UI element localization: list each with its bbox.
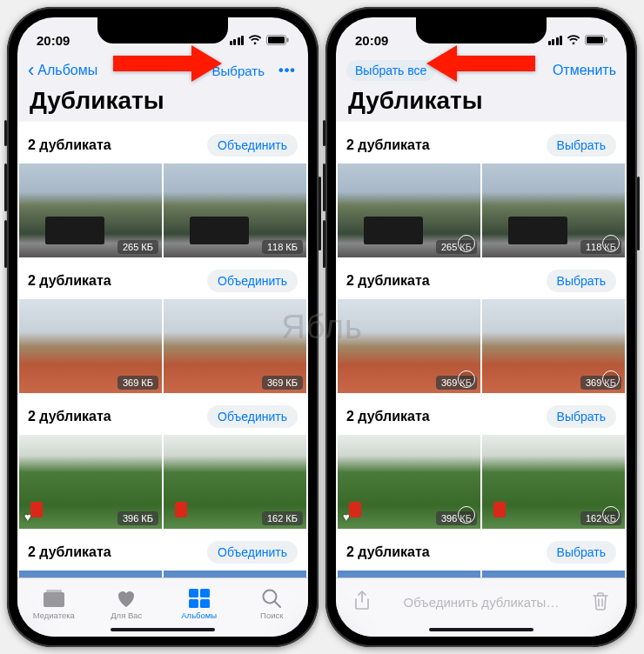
thumbnail-row: 265 КБ118 КБ <box>336 164 627 257</box>
page-title: Дубликаты <box>17 87 308 122</box>
home-indicator <box>111 628 215 631</box>
cellular-icon <box>230 36 245 45</box>
photo-thumbnail[interactable] <box>164 571 306 577</box>
group-action-button[interactable]: Объединить <box>207 405 298 428</box>
group-count: 2 дубликата <box>28 273 111 289</box>
tab-медиатека[interactable]: Медиатека <box>17 578 91 637</box>
battery-icon <box>585 35 607 45</box>
search-icon <box>261 588 282 609</box>
volume-up <box>4 164 7 211</box>
photo-thumbnail[interactable]: 162 КБ <box>482 435 625 529</box>
photo-thumbnail[interactable]: 369 КБ <box>164 299 306 393</box>
file-size-badge: 369 КБ <box>117 376 158 390</box>
albums-icon <box>188 588 211 609</box>
thumbnail-row: 396 КБ♥162 КБ <box>17 435 308 529</box>
photo-thumbnail[interactable]: 369 КБ <box>482 299 625 393</box>
file-size-badge: 265 КБ <box>117 240 158 254</box>
svg-rect-7 <box>189 599 198 608</box>
group-action-button[interactable]: Объединить <box>207 541 298 564</box>
page-title: Дубликаты <box>336 87 627 122</box>
photo-thumbnail[interactable]: 162 КБ <box>164 435 306 529</box>
svg-point-9 <box>264 591 277 604</box>
photo-thumbnail[interactable] <box>338 571 480 577</box>
notch <box>97 17 228 43</box>
annotation-arrow-right <box>113 45 222 82</box>
group-action-button[interactable]: Выбрать <box>547 270 616 292</box>
selection-circle[interactable] <box>602 235 620 252</box>
photo-thumbnail[interactable]: 396 КБ♥ <box>338 435 480 529</box>
svg-rect-6 <box>200 589 210 597</box>
group-action-button[interactable]: Выбрать <box>547 134 616 157</box>
group-header: 2 дубликатаВыбрать <box>336 122 627 164</box>
notch <box>416 17 547 43</box>
tab-label: Поиск <box>260 611 283 620</box>
photo-thumbnail[interactable] <box>482 571 625 577</box>
selection-circle[interactable] <box>602 370 620 388</box>
mute-switch <box>323 120 325 146</box>
back-button[interactable]: ‹ Альбомы <box>28 61 97 80</box>
photo-thumbnail[interactable]: 369 КБ <box>19 299 162 393</box>
cancel-button[interactable]: Отменить <box>553 63 616 78</box>
favorite-icon: ♥ <box>24 511 31 524</box>
duplicates-list[interactable]: 2 дубликатаОбъединить265 КБ118 КБ2 дубли… <box>17 122 308 577</box>
tab-label: Для Вас <box>111 611 142 620</box>
thumbnail-row: 369 КБ369 КБ <box>17 299 308 393</box>
group-count: 2 дубликата <box>346 409 430 424</box>
selection-circle[interactable] <box>458 235 475 252</box>
photo-thumbnail[interactable]: 369 КБ <box>338 299 480 393</box>
for-you-icon <box>116 588 137 609</box>
file-size-badge: 369 КБ <box>262 376 303 390</box>
photo-thumbnail[interactable]: 265 КБ <box>338 164 480 257</box>
wifi-icon <box>567 35 580 45</box>
svg-rect-4 <box>46 590 62 592</box>
trash-button <box>592 591 609 614</box>
thumbnail-row: 265 КБ118 КБ <box>17 164 308 257</box>
share-button <box>353 591 371 615</box>
photo-thumbnail[interactable]: 118 КБ <box>482 164 625 257</box>
svg-rect-2 <box>287 38 289 43</box>
duplicates-list[interactable]: 2 дубликатаВыбрать265 КБ118 КБ2 дубликат… <box>336 122 627 577</box>
selection-circle[interactable] <box>458 506 475 524</box>
group-count: 2 дубликата <box>28 544 111 560</box>
svg-rect-3 <box>44 592 64 607</box>
photo-thumbnail[interactable] <box>19 571 162 577</box>
svg-rect-1 <box>268 37 285 43</box>
thumbnail-row <box>17 571 308 577</box>
group-action-button[interactable]: Выбрать <box>547 405 616 428</box>
selection-circle[interactable] <box>458 370 475 388</box>
group-count: 2 дубликата <box>346 273 430 289</box>
photo-thumbnail[interactable]: 265 КБ <box>19 164 162 257</box>
tab-label: Альбомы <box>181 611 217 620</box>
group-header: 2 дубликатаВыбрать <box>336 529 627 571</box>
group-header: 2 дубликатаОбъединить <box>17 393 308 435</box>
select-all-button[interactable]: Выбрать все <box>346 60 435 81</box>
back-label: Альбомы <box>37 63 97 78</box>
svg-rect-15 <box>455 56 535 71</box>
volume-up <box>323 164 325 211</box>
merge-duplicates-button: Объединить дубликаты… <box>404 595 560 610</box>
group-count: 2 дубликата <box>346 137 430 153</box>
group-action-button[interactable]: Объединить <box>207 270 298 292</box>
group-header: 2 дубликатаВыбрать <box>336 257 627 299</box>
wifi-icon <box>248 35 262 45</box>
battery-icon <box>266 35 289 45</box>
group-count: 2 дубликата <box>28 137 111 153</box>
iphone-right: 20:09 Выбрать все Отменить <box>325 7 637 647</box>
group-header: 2 дубликатаОбъединить <box>17 529 308 571</box>
more-button[interactable]: ••• <box>277 60 298 81</box>
group-header: 2 дубликатаВыбрать <box>336 393 627 435</box>
svg-rect-5 <box>189 589 198 597</box>
photo-thumbnail[interactable]: 118 КБ <box>164 164 306 257</box>
power-button <box>637 177 640 250</box>
tab-поиск[interactable]: Поиск <box>236 578 309 637</box>
volume-down <box>4 220 7 268</box>
group-action-button[interactable]: Объединить <box>207 134 298 157</box>
status-time: 20:09 <box>37 33 70 48</box>
selection-circle[interactable] <box>602 506 620 524</box>
group-action-button[interactable]: Выбрать <box>547 541 616 564</box>
group-count: 2 дубликата <box>28 409 111 424</box>
power-button <box>319 177 321 250</box>
photo-thumbnail[interactable]: 396 КБ♥ <box>19 435 162 529</box>
chevron-left-icon: ‹ <box>28 61 34 80</box>
thumbnail-row: 396 КБ♥162 КБ <box>336 435 627 529</box>
